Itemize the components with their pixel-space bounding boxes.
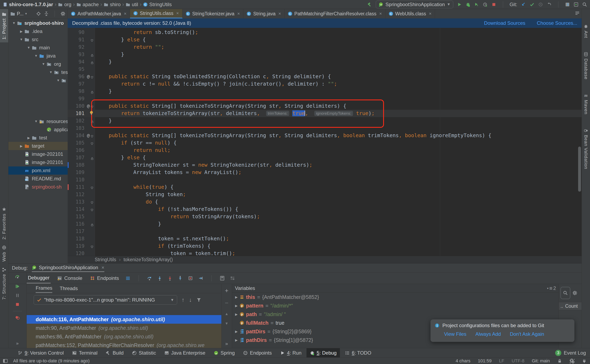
toolwindow-button---version-control[interactable]: 9: Version Control (14, 348, 67, 358)
view-breakpoints-button[interactable] (15, 315, 20, 320)
tree-row[interactable]: application.properties (8, 125, 68, 134)
toolwindow-button-spring[interactable]: Spring (210, 348, 238, 358)
notification-action-link[interactable]: View Files (444, 331, 466, 337)
editor-breadcrumb-item[interactable]: StringUtils (95, 257, 116, 262)
breadcrumb-item[interactable]: shiro (104, 2, 121, 7)
search-box[interactable] (561, 287, 570, 299)
tree-expanded-icon[interactable]: ▼ (12, 21, 16, 25)
stop-button[interactable] (491, 2, 496, 7)
tree-collapsed-icon[interactable]: ▶ (233, 312, 239, 316)
tree-collapsed-icon[interactable]: ▶ (233, 304, 239, 308)
tree-collapsed-icon[interactable]: ▶ (233, 330, 239, 333)
tree-expanded-icon[interactable]: ▼ (19, 38, 24, 41)
locate-icon[interactable] (36, 11, 41, 16)
toolwindow-button---debug[interactable]: 5: Debug (307, 348, 340, 358)
code-line[interactable]: 113 do { (68, 198, 582, 206)
tree-row[interactable]: image-202101 (8, 158, 68, 166)
code-line[interactable]: 97 return c != null && !c.isEmpty() ? jo… (68, 80, 582, 88)
search-everywhere-button[interactable] (582, 2, 587, 7)
rollback-button[interactable] (547, 2, 552, 7)
close-icon[interactable]: × (278, 11, 281, 16)
toolwindow-button---todo[interactable]: 6: TODO (342, 348, 375, 358)
services-button[interactable] (574, 2, 578, 7)
rerun-button[interactable] (15, 275, 20, 280)
gear-icon[interactable] (60, 11, 65, 16)
code-line[interactable]: 98 } (68, 88, 582, 95)
close-icon[interactable]: × (429, 11, 431, 16)
tree-row[interactable] (8, 93, 68, 101)
tree-row[interactable]: ▼test (8, 68, 68, 76)
pause-button[interactable] (15, 293, 20, 298)
code-line[interactable]: 91 } else { (68, 36, 582, 43)
stop-button[interactable] (15, 302, 20, 307)
tool-dock-item[interactable]: 7: Structure (0, 265, 8, 303)
breadcrumb-item[interactable]: shiro-core-1.7.0.jar (3, 2, 53, 7)
tree-collapsed-icon[interactable]: ▶ (19, 144, 24, 148)
move-down-icon[interactable]: ▼ (225, 321, 228, 326)
tool-dock-item[interactable]: 2: Favorites (0, 204, 8, 242)
tree-collapsed-icon[interactable]: ▶ (27, 136, 31, 140)
breadcrumb-item[interactable]: util (126, 2, 138, 7)
build-button[interactable] (367, 2, 372, 7)
code-line[interactable]: 99 (68, 95, 582, 102)
tool-dock-item[interactable]: Database (582, 49, 590, 82)
editor-scrollbar[interactable] (578, 147, 581, 192)
close-icon[interactable]: × (124, 11, 127, 16)
close-icon[interactable]: × (237, 11, 240, 16)
tool-dock-item[interactable]: mMaven (582, 91, 590, 117)
git-update-button[interactable] (521, 2, 526, 7)
tool-dock-item[interactable]: Bean Validation (582, 125, 590, 172)
tree-row[interactable]: ▶target (8, 142, 68, 150)
tree-row[interactable]: mpom.xml (8, 166, 68, 175)
editor-tab[interactable]: CString.java× (243, 9, 285, 19)
debug-session-tab[interactable]: SpringbootShiroApplication × (32, 264, 104, 272)
run-attach-button[interactable] (474, 2, 479, 7)
tree-expanded-icon[interactable]: ▼ (56, 79, 60, 82)
profiler-button[interactable] (483, 2, 488, 7)
project-view-selector[interactable]: P... ▾ (10, 11, 27, 17)
thread-selector[interactable]: "http-nio-8080-exec-1"...n group "main":… (34, 295, 177, 305)
code-line[interactable]: 115 return toStringArray(tokens); (68, 213, 582, 220)
editor-tab[interactable]: CPathMatchingFilterChainResolver.class× (285, 9, 385, 19)
tree-collapsed-icon[interactable]: ▶ (233, 338, 239, 342)
debug-tab-endpoints[interactable]: Endpoints (89, 273, 120, 284)
tool-dock-item[interactable]: 1: Project (0, 9, 8, 42)
code-line[interactable]: 95 (68, 65, 582, 73)
frames-tab-frames[interactable]: Frames (36, 284, 52, 293)
tree-row[interactable]: ▼srpingboot-shiro (8, 19, 68, 27)
frame-row[interactable]: matches:86, AntPathMatcher(org.apache.sh… (27, 332, 221, 341)
tree-row[interactable]: ▼resources (8, 117, 68, 125)
notification-action-link[interactable]: Always Add (476, 331, 501, 337)
code-area[interactable]: 90 return sb.toString();91 } else {92 re… (68, 28, 582, 256)
step-over-button[interactable] (147, 276, 152, 281)
code-line[interactable]: 109 ArrayList tokens = new ArrayList(); (68, 169, 582, 176)
toolwindow-button---run[interactable]: 4: Run (277, 348, 305, 358)
frames-tab-threads[interactable]: Threads (60, 284, 78, 293)
tree-expanded-icon[interactable]: ▼ (34, 120, 38, 123)
more-icon[interactable]: » (16, 341, 19, 346)
variable-row[interactable]: ▶ppath="/admin/ " (232, 310, 559, 318)
code-line[interactable]: 101 return tokenizeToStringArray(str, de… (68, 110, 582, 117)
frame-row[interactable]: doMatch:116, AntPathMatcher(org.apache.s… (27, 315, 221, 324)
resume-button[interactable] (15, 284, 20, 289)
toolwindow-button-statistic[interactable]: Statistic (128, 348, 159, 358)
code-line[interactable]: 105 if (str == null) { (68, 139, 582, 147)
code-line[interactable]: 120 token = token.trim(); (68, 250, 582, 256)
tree-row[interactable]: MDREADME.md (8, 175, 68, 183)
tree-row[interactable]: ▶test (8, 134, 68, 142)
tool-dock-item[interactable]: Web (0, 242, 8, 265)
git-branch[interactable]: Git: main (532, 358, 550, 364)
breadcrumb-item[interactable]: org (58, 2, 71, 7)
plug-icon[interactable] (582, 358, 587, 363)
tree-row[interactable]: ▼org (8, 60, 68, 68)
close-icon[interactable]: × (101, 265, 104, 270)
editor-breadcrumb-item[interactable]: tokenizeToStringArray() (123, 257, 173, 262)
tree-row[interactable]: ▼java (8, 52, 68, 60)
toolwindow-button-build[interactable]: Build (102, 348, 127, 358)
tree-expanded-icon[interactable]: ▼ (27, 46, 31, 50)
frame-row[interactable]: match:90, AntPathMatcher(org.apache.shir… (27, 324, 221, 332)
globe-gear-icon[interactable] (570, 358, 574, 363)
editor-tab[interactable]: CStringUtils.class× (130, 9, 182, 19)
drop-frame-button[interactable] (188, 276, 193, 281)
toolwindow-button-endpoints[interactable]: Endpoints (240, 348, 275, 358)
